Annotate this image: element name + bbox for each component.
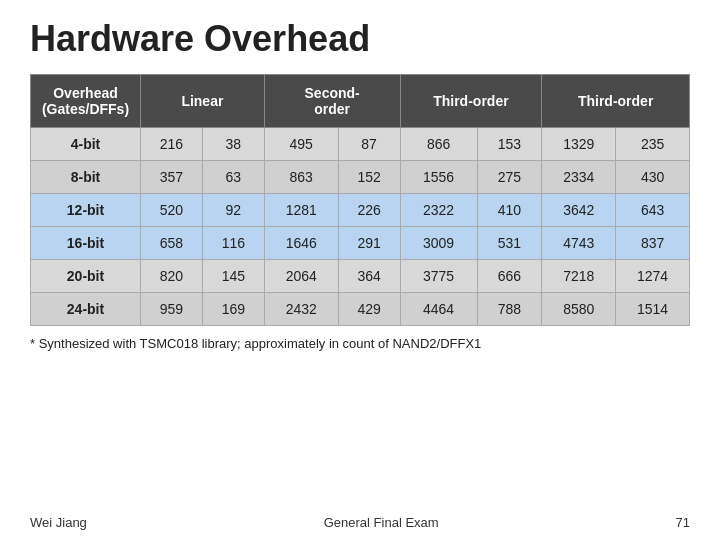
table-container: Overhead(Gates/DFFs) Linear Second-order…	[0, 74, 720, 326]
cell-value: 866	[400, 128, 477, 161]
cell-value: 216	[141, 128, 203, 161]
cell-value: 3009	[400, 227, 477, 260]
cell-value: 495	[264, 128, 338, 161]
cell-value: 1514	[616, 293, 690, 326]
cell-value: 364	[338, 260, 400, 293]
row-label: 24-bit	[31, 293, 141, 326]
cell-value: 1281	[264, 194, 338, 227]
cell-value: 666	[477, 260, 542, 293]
cell-value: 87	[338, 128, 400, 161]
cell-value: 430	[616, 161, 690, 194]
overhead-table: Overhead(Gates/DFFs) Linear Second-order…	[30, 74, 690, 326]
cell-value: 4743	[542, 227, 616, 260]
cell-value: 429	[338, 293, 400, 326]
cell-value: 410	[477, 194, 542, 227]
cell-value: 1556	[400, 161, 477, 194]
row-label: 12-bit	[31, 194, 141, 227]
cell-value: 275	[477, 161, 542, 194]
footer-left: Wei Jiang	[30, 515, 87, 530]
cell-value: 4464	[400, 293, 477, 326]
col-header-higher: Third-order	[542, 75, 690, 128]
cell-value: 116	[202, 227, 264, 260]
cell-value: 520	[141, 194, 203, 227]
cell-value: 2322	[400, 194, 477, 227]
table-row: 8-bit3576386315215562752334430	[31, 161, 690, 194]
cell-value: 291	[338, 227, 400, 260]
cell-value: 837	[616, 227, 690, 260]
table-row: 20-bit8201452064364377566672181274	[31, 260, 690, 293]
cell-value: 145	[202, 260, 264, 293]
row-label: 8-bit	[31, 161, 141, 194]
cell-value: 2334	[542, 161, 616, 194]
row-label: 4-bit	[31, 128, 141, 161]
row-label: 20-bit	[31, 260, 141, 293]
table-row: 4-bit21638495878661531329235	[31, 128, 690, 161]
cell-value: 2064	[264, 260, 338, 293]
cell-value: 235	[616, 128, 690, 161]
footer-center: General Final Exam	[324, 515, 439, 530]
cell-value: 3642	[542, 194, 616, 227]
cell-value: 643	[616, 194, 690, 227]
footer-right: 71	[676, 515, 690, 530]
col-header-overhead: Overhead(Gates/DFFs)	[31, 75, 141, 128]
cell-value: 658	[141, 227, 203, 260]
cell-value: 531	[477, 227, 542, 260]
cell-value: 226	[338, 194, 400, 227]
cell-value: 92	[202, 194, 264, 227]
footnote: * Synthesized with TSMC018 library; appr…	[0, 326, 720, 357]
page-title: Hardware Overhead	[0, 0, 720, 74]
cell-value: 820	[141, 260, 203, 293]
cell-value: 2432	[264, 293, 338, 326]
cell-value: 7218	[542, 260, 616, 293]
cell-value: 8580	[542, 293, 616, 326]
cell-value: 3775	[400, 260, 477, 293]
cell-value: 1646	[264, 227, 338, 260]
cell-value: 169	[202, 293, 264, 326]
cell-value: 1329	[542, 128, 616, 161]
cell-value: 38	[202, 128, 264, 161]
cell-value: 63	[202, 161, 264, 194]
table-row: 16-bit658116164629130095314743837	[31, 227, 690, 260]
cell-value: 357	[141, 161, 203, 194]
cell-value: 153	[477, 128, 542, 161]
cell-value: 863	[264, 161, 338, 194]
col-header-third: Third-order	[400, 75, 542, 128]
cell-value: 152	[338, 161, 400, 194]
col-header-second: Second-order	[264, 75, 400, 128]
cell-value: 1274	[616, 260, 690, 293]
row-label: 16-bit	[31, 227, 141, 260]
table-row: 24-bit9591692432429446478885801514	[31, 293, 690, 326]
cell-value: 959	[141, 293, 203, 326]
cell-value: 788	[477, 293, 542, 326]
col-header-linear: Linear	[141, 75, 265, 128]
footer: Wei Jiang General Final Exam 71	[30, 515, 690, 530]
table-row: 12-bit52092128122623224103642643	[31, 194, 690, 227]
